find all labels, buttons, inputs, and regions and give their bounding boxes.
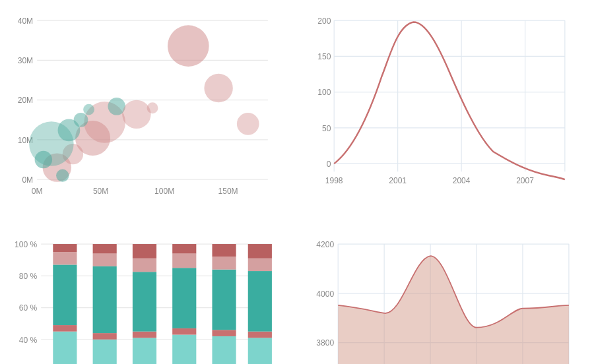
line-chart-cell: 200 150 100 50 0 1998 2001 2004 2007 xyxy=(297,0,594,224)
bar4-seg2 xyxy=(172,328,196,335)
bar6-seg4 xyxy=(248,258,272,271)
bar5-seg5 xyxy=(212,244,236,257)
bar3-seg2 xyxy=(133,332,156,338)
line-chart-svg: 200 150 100 50 0 1998 2001 2004 2007 xyxy=(310,12,581,204)
bar1-seg3 xyxy=(53,265,77,326)
y-label-40m: 40M xyxy=(18,16,33,26)
area-fill xyxy=(338,257,569,364)
bar6-seg1 xyxy=(248,338,272,364)
bubble-6 xyxy=(74,113,88,127)
bubble-15 xyxy=(35,151,53,169)
bar6-seg3 xyxy=(248,271,272,332)
x-label-150m: 150M xyxy=(218,187,238,196)
bar2-seg1 xyxy=(93,340,117,364)
bubble-7 xyxy=(83,104,94,115)
y-label-0m: 0M xyxy=(22,175,33,185)
line-y-50: 50 xyxy=(322,124,331,133)
bubble-chart-cell: 40M 30M 20M 10M 0M 0M 50M 100M 150M xyxy=(0,0,297,224)
line-x-2004: 2004 xyxy=(453,176,471,185)
bar-y-100: 100 % xyxy=(15,240,37,249)
area-chart-svg: 4200 4000 3800 3600 Jan Mar Jun Aug Oct … xyxy=(310,235,581,364)
bubble-13 xyxy=(147,102,158,113)
bar4-seg4 xyxy=(172,254,196,268)
bar5-seg1 xyxy=(212,336,236,364)
bubble-16 xyxy=(56,169,69,182)
bar4-seg3 xyxy=(172,268,196,329)
line-x-2001: 2001 xyxy=(389,176,407,185)
line-x-2007: 2007 xyxy=(516,176,534,185)
bar2-seg3 xyxy=(93,266,117,333)
area-y-4000: 4000 xyxy=(316,289,334,299)
bar-y-80: 80 % xyxy=(19,272,38,282)
line-y-100: 100 xyxy=(317,88,331,97)
line-path xyxy=(334,22,565,179)
bar4-seg5 xyxy=(172,244,196,253)
bar6-seg5 xyxy=(248,244,272,258)
bar3-seg4 xyxy=(133,258,156,272)
bubble-chart-svg: 40M 30M 20M 10M 0M 0M 50M 100M 150M xyxy=(13,12,284,204)
line-y-0: 0 xyxy=(327,160,331,169)
bar1-seg1 xyxy=(53,332,77,364)
bar4-seg1 xyxy=(172,335,196,364)
x-label-50m: 50M xyxy=(93,187,108,196)
bar5-seg4 xyxy=(212,257,236,270)
area-chart-cell: 4200 4000 3800 3600 Jan Mar Jun Aug Oct … xyxy=(297,224,594,364)
bar-y-40: 40 % xyxy=(19,336,38,345)
stacked-bar-chart-cell: 100 % 80 % 60 % 40 % 20 % 0 % xyxy=(0,224,297,364)
bar-y-60: 60 % xyxy=(19,304,38,313)
bar6-seg2 xyxy=(248,332,272,338)
bar1-seg2 xyxy=(53,325,77,332)
bar1-seg4 xyxy=(53,253,77,265)
area-y-4200: 4200 xyxy=(316,240,334,249)
bar1-seg5 xyxy=(53,244,77,252)
bar3-seg1 xyxy=(133,338,156,364)
bar3-seg3 xyxy=(133,272,156,332)
x-label-0m: 0M xyxy=(32,187,43,196)
bubble-11 xyxy=(204,74,232,102)
x-label-100m: 100M xyxy=(154,187,174,196)
y-label-30m: 30M xyxy=(18,56,33,65)
bubble-12 xyxy=(237,113,259,135)
bar2-seg4 xyxy=(93,254,117,266)
bar2-seg2 xyxy=(93,334,117,340)
bar2-seg5 xyxy=(93,244,117,253)
bar3-seg5 xyxy=(133,244,156,258)
y-label-20m: 20M xyxy=(18,96,33,105)
bar5-seg3 xyxy=(212,270,236,330)
line-x-1998: 1998 xyxy=(325,176,343,185)
stacked-bar-svg: 100 % 80 % 60 % 40 % 20 % 0 % xyxy=(13,235,284,364)
dashboard-grid: 40M 30M 20M 10M 0M 0M 50M 100M 150M xyxy=(0,0,594,364)
bubble-10 xyxy=(168,25,209,67)
bar5-seg2 xyxy=(212,330,236,337)
area-y-3800: 3800 xyxy=(316,339,334,348)
line-y-200: 200 xyxy=(317,16,331,26)
bubble-9 xyxy=(122,100,150,129)
line-y-150: 150 xyxy=(317,52,331,61)
